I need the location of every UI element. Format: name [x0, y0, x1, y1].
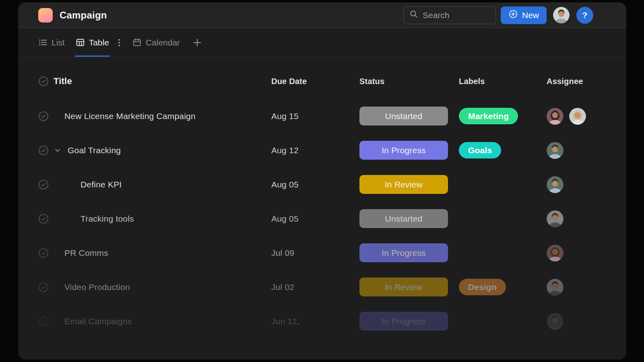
table-row[interactable]: New License Marketing Campaign Aug 15 Un… [38, 99, 626, 133]
table-view-options-icon[interactable] [115, 38, 123, 47]
assignee-cell [547, 176, 626, 193]
new-button-label: New [522, 10, 539, 20]
app-window: Campaign Search New ? List [18, 2, 626, 360]
task-title[interactable]: Email Campaigns [64, 317, 132, 326]
tab-calendar-label: Calendar [146, 38, 180, 47]
assignee-avatar[interactable] [547, 313, 564, 330]
assignee-avatar[interactable] [547, 279, 564, 296]
select-all-checkbox-icon[interactable] [38, 76, 49, 86]
due-date[interactable]: Aug 05 [271, 180, 299, 189]
task-title[interactable]: Goal Tracking [68, 146, 121, 155]
active-tab-underline [75, 56, 110, 57]
due-date[interactable]: Jul 02 [271, 282, 294, 292]
task-checkbox-icon[interactable] [38, 282, 49, 292]
tab-list-label: List [52, 38, 65, 47]
column-header-assignee[interactable]: Assignee [547, 77, 583, 86]
add-view-button[interactable] [192, 38, 202, 47]
due-date[interactable]: Aug 15 [271, 111, 299, 121]
assignee-avatar[interactable] [569, 108, 586, 125]
table-row[interactable]: Email Campaigns Jun 12, In Progress [38, 304, 626, 338]
labels-cell: Design [459, 279, 547, 295]
assignee-cell [547, 142, 626, 159]
label-pill-design[interactable]: Design [459, 279, 506, 295]
status-badge[interactable]: In Progress [359, 312, 448, 331]
status-badge[interactable]: In Progress [359, 141, 448, 160]
table-header-row: Title Due Date Status Labels Assignee [38, 69, 626, 93]
assignee-cell [547, 210, 626, 227]
tab-table[interactable]: Table [76, 28, 109, 57]
search-input[interactable]: Search [403, 6, 496, 24]
assignee-avatar[interactable] [547, 245, 564, 261]
labels-cell: Marketing [459, 108, 547, 124]
due-date[interactable]: Aug 05 [271, 214, 299, 223]
status-badge[interactable]: In Progress [359, 243, 448, 262]
status-badge[interactable]: In Review [359, 278, 448, 296]
tab-calendar[interactable]: Calendar [132, 28, 180, 57]
table-body: New License Marketing Campaign Aug 15 Un… [38, 93, 626, 338]
column-header-status[interactable]: Status [359, 77, 384, 86]
column-header-title[interactable]: Title [54, 76, 72, 86]
task-checkbox-icon[interactable] [38, 145, 49, 156]
column-header-due-date[interactable]: Due Date [271, 77, 307, 86]
task-checkbox-icon[interactable] [38, 111, 49, 121]
task-title[interactable]: Video Production [64, 282, 130, 292]
table-row[interactable]: Define KPI Aug 05 In Review [38, 167, 626, 202]
due-date[interactable]: Aug 12 [271, 146, 299, 155]
calendar-icon [132, 38, 142, 47]
label-pill-goals[interactable]: Goals [459, 142, 501, 158]
table-row[interactable]: Tracking tools Aug 05 Unstarted [38, 202, 626, 236]
status-badge[interactable]: In Review [359, 175, 448, 194]
due-date[interactable]: Jul 09 [271, 248, 294, 257]
user-avatar[interactable] [553, 7, 570, 23]
assignee-cell [547, 108, 626, 125]
help-button[interactable]: ? [576, 7, 593, 24]
table-row[interactable]: Video Production Jul 02 In Review Design [38, 270, 626, 304]
task-checkbox-icon[interactable] [38, 179, 49, 190]
search-placeholder: Search [423, 10, 450, 20]
task-checkbox-icon[interactable] [38, 248, 49, 258]
assignee-cell [547, 279, 626, 296]
chevron-down-icon[interactable] [54, 146, 62, 154]
tab-table-label: Table [89, 38, 109, 47]
task-checkbox-icon[interactable] [38, 316, 49, 327]
table-row[interactable]: Goal Tracking Aug 12 In Progress Goals [38, 133, 626, 167]
task-title[interactable]: Define KPI [80, 180, 122, 189]
header-actions: Search New ? [403, 6, 593, 24]
campaign-gradient-icon [38, 8, 53, 23]
plus-circle-icon [508, 9, 518, 21]
task-title[interactable]: PR Comms [64, 248, 108, 258]
assignee-avatar[interactable] [547, 210, 564, 227]
task-title[interactable]: New License Marketing Campaign [64, 111, 196, 121]
list-icon [38, 38, 47, 47]
status-badge[interactable]: Unstarted [359, 209, 448, 228]
task-title[interactable]: Tracking tools [80, 214, 134, 224]
page-title: Campaign [60, 10, 107, 21]
due-date[interactable]: Jun 12, [271, 317, 299, 326]
tasks-table: Title Due Date Status Labels Assignee Ne… [18, 57, 626, 360]
table-icon [76, 38, 85, 47]
app-header: Campaign Search New ? [18, 2, 626, 28]
assignee-cell [547, 313, 626, 330]
tab-list[interactable]: List [38, 28, 65, 57]
table-row[interactable]: PR Comms Jul 09 In Progress [38, 236, 626, 270]
view-tabs: List Table Calendar [18, 28, 626, 57]
assignee-avatar[interactable] [547, 142, 564, 159]
search-icon [409, 10, 418, 21]
column-header-labels[interactable]: Labels [459, 77, 485, 86]
labels-cell: Goals [459, 142, 547, 158]
status-badge[interactable]: Unstarted [359, 107, 448, 125]
assignee-avatar[interactable] [547, 108, 564, 125]
assignee-cell [547, 245, 626, 261]
assignee-avatar[interactable] [547, 176, 564, 193]
new-button[interactable]: New [501, 6, 547, 24]
task-checkbox-icon[interactable] [38, 214, 49, 224]
label-pill-marketing[interactable]: Marketing [459, 108, 518, 124]
